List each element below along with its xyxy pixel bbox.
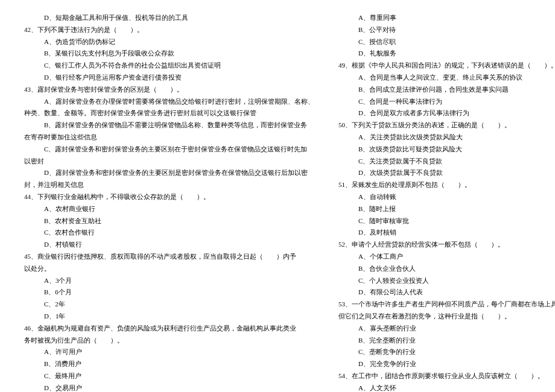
text-line: B、6个月 [24,286,314,299]
text-line: A、人文关怀 [338,382,555,392]
text-line: C、合同是一种民事法律行为 [338,96,555,108]
text-line: A、许可用户 [24,346,314,358]
text-line: C、农村合作银行 [24,227,314,239]
text-line: C、垄断竞争的行业 [338,346,555,358]
text-line: 封，并注明相关信息 [24,179,314,191]
text-line: B、某银行以先支付利息为手段吸收公众存款 [24,48,314,60]
text-line: 在寄存时要加住这些信息 [24,131,314,144]
text-line: A、伪造货币的防伪标记 [24,36,314,48]
text-line: A、合同是当事人之间设立、变更、终止民事关系的协议 [338,72,555,84]
page-columns: D、短期金融工具和用于保值、投机等目的的工具42、下列不属于违法行为的是（ ）。… [24,12,531,392]
text-line: C、最终用户 [24,370,314,382]
text-line: A、尊重同事 [338,12,555,24]
text-line: 54、在工作中，团结合作原则要求银行业从业人员应该树立（ ）。 [338,370,555,382]
text-line: B、农村资金互助社 [24,215,314,227]
text-line: B、露封保管业务的保管物品不需要注明保管物品名称、数量种类等信息，而密封保管业务 [24,119,314,131]
text-line: 53、一个市场中许多生产者生产同种但不同质产品，每个厂商都在市场上具有一定的垄断… [338,299,555,311]
right-column: A、尊重同事B、公平对待C、授信尽职D、礼貌服务49、根据《中华人民共和国合同法… [338,12,555,392]
text-line: C、关注类贷款属于不良贷款 [338,156,555,168]
text-line: 务时被视为衍生产品的（ ）。 [24,335,314,347]
text-line: 42、下列不属于违法行为的是（ ）。 [24,24,314,36]
text-line: D、交易用户 [24,382,314,392]
text-line: 45、商业银行因行使抵押权、质权而取得的不动产或者股权，应当自取得之日起（ ）内… [24,251,314,263]
text-line: D、1年 [24,311,314,323]
text-line: D、及时核销 [338,227,555,239]
text-line: A、寡头垄断的行业 [338,323,555,335]
text-line: D、银行经客户同意运用客户资金进行债券投资 [24,72,314,84]
left-column: D、短期金融工具和用于保值、投机等目的的工具42、下列不属于违法行为的是（ ）。… [24,12,314,392]
text-line: 44、下列银行业金融机构中，不得吸收公众存款的是（ ）。 [24,191,314,203]
text-line: C、随时审核审批 [338,215,555,227]
text-line: B、完全垄断的行业 [338,335,555,347]
text-line: C、个人独资企业投资人 [338,275,555,287]
text-line: A、自动转账 [338,191,555,203]
text-line: C、授信尽职 [338,36,555,48]
text-line: D、礼貌服务 [338,48,555,60]
text-line: C、露封保管业务和密封保管业务的主要区别在于密封保管业务在保管物品交送银行时先加 [24,144,314,156]
text-line: 以密封 [24,156,314,168]
text-line: B、消费用户 [24,358,314,370]
text-line: 51、呆账发生后的处理原则不包括（ ）。 [338,179,555,191]
text-line: A、个体工商户 [338,251,555,263]
text-line: B、合同成立是法律评价问题，合同生效是事实问题 [338,84,555,96]
text-line: D、短期金融工具和用于保值、投机等目的的工具 [24,12,314,24]
text-line: D、村镇银行 [24,239,314,251]
text-line: B、公平对待 [338,24,555,36]
text-line: B、合伙企业合伙人 [338,263,555,275]
text-line: A、关注类贷款比次级类贷款风险大 [338,131,555,144]
text-line: 43、露封保管业务与密封保管业务的区别是（ ）。 [24,84,314,96]
text-line: D、有限公司法人代表 [338,286,555,299]
text-line: 52、申请个人经营贷款的经营实体一般不包括（ ）。 [338,239,555,251]
text-line: 种类、数量、金额等。而密封保管业务保管业务进行密封后就可以交送银行保管 [24,107,314,119]
text-line: A、农村商业银行 [24,203,314,215]
text-line: 50、下列关于贷款五级分类法的表述，正确的是（ ）。 [338,119,555,131]
text-line: B、次级类贷款比可疑类贷款风险大 [338,144,555,156]
text-line: D、合同是双方或者多方民事法律行为 [338,107,555,119]
text-line: 49、根据《中华人民共和国合同法》的规定，下列表述错误的是（ ）。 [338,60,555,72]
text-line: C、银行工作人员为不符合条件的社会公益组织出具资信证明 [24,60,314,72]
text-line: 但它们之间又存在着激烈的竞争，这种行业是指（ ）。 [338,311,555,323]
text-line: 以处分。 [24,263,314,275]
text-line: B、随时上报 [338,203,555,215]
text-line: 46、金融机构为规避自有资产、负债的风险或为获利进行衍生产品交易，金融机构从事此… [24,323,314,335]
text-line: A、3个月 [24,275,314,287]
text-line: D、完全竞争的行业 [338,358,555,370]
text-line: C、2年 [24,299,314,311]
text-line: A、露封保管业务在办理保管时需要将保管物品交给银行时进行密封，注明保管期限、名称… [24,96,314,108]
text-line: D、露封保管业务和密封保管业务的主要区别是密封保管业务在保管物品交送银行后加以密 [24,167,314,179]
text-line: D、次级类贷款属于不良贷款 [338,167,555,179]
